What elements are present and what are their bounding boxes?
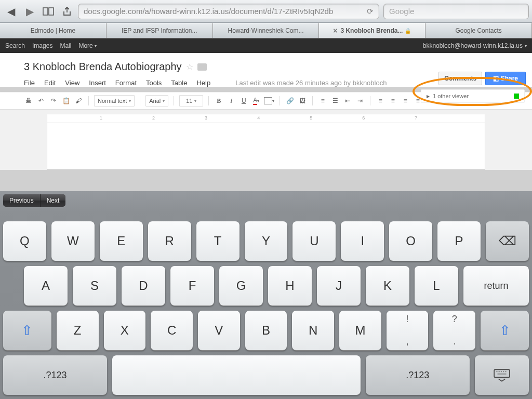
key-b[interactable]: B — [245, 311, 287, 350]
numbered-list-icon[interactable]: ≡ — [318, 95, 327, 107]
viewers-indicator[interactable]: ▶ 1 other viewer — [421, 89, 525, 103]
key-s[interactable]: S — [73, 266, 116, 305]
key-w[interactable]: W — [51, 221, 95, 261]
menu-file[interactable]: File — [24, 79, 35, 87]
align-center-icon[interactable]: ≡ — [388, 95, 397, 107]
gbar-more[interactable]: More▾ — [78, 42, 96, 49]
folder-icon[interactable] — [197, 63, 207, 71]
key-u[interactable]: U — [292, 221, 336, 261]
next-field-button[interactable]: Next — [41, 194, 66, 207]
key-d[interactable]: D — [122, 266, 165, 305]
tab-edmodo[interactable]: Edmodo | Home — [0, 23, 107, 38]
key-r[interactable]: R — [148, 221, 191, 261]
back-button[interactable]: ◀ — [3, 4, 19, 19]
paint-format-icon[interactable]: 🖌 — [74, 95, 83, 107]
star-icon[interactable]: ☆ — [186, 62, 193, 72]
browser-toolbar: ◀ ▶ docs.google.com/a/howard-winn.k12.ia… — [0, 0, 532, 23]
gbar-search[interactable]: Search — [5, 42, 25, 49]
key-y[interactable]: Y — [245, 221, 288, 261]
key-l[interactable]: L — [415, 266, 458, 305]
align-right-icon[interactable]: ≡ — [401, 95, 410, 107]
styles-select[interactable]: Normal text▾ — [94, 95, 135, 107]
bold-button[interactable]: B — [214, 95, 223, 107]
tab-howard[interactable]: Howard-Winneshiek Com... — [213, 23, 320, 38]
menu-edit[interactable]: Edit — [44, 79, 56, 87]
close-icon[interactable]: × — [333, 26, 337, 35]
key-v[interactable]: V — [198, 311, 240, 350]
gbar-images[interactable]: Images — [32, 42, 52, 49]
key-k[interactable]: K — [366, 266, 409, 305]
key-g[interactable]: G — [219, 266, 263, 305]
key-i[interactable]: I — [341, 221, 384, 261]
key-p[interactable]: P — [437, 221, 481, 261]
google-bar: Search Images Mail More▾ bkknobloch@howa… — [0, 38, 532, 53]
menu-table[interactable]: Table — [171, 79, 187, 87]
menu-insert[interactable]: Insert — [89, 79, 106, 87]
font-select[interactable]: Arial▾ — [145, 95, 168, 107]
shift-key-left[interactable]: ⇧ — [3, 311, 51, 350]
ruler[interactable]: 1 2 3 4 5 6 7 — [47, 114, 485, 123]
forward-button[interactable]: ▶ — [22, 4, 37, 19]
address-bar[interactable]: docs.google.com/a/howard-winn.k12.ia.us/… — [78, 4, 379, 19]
key-a[interactable]: A — [24, 266, 68, 305]
onscreen-keyboard: Previous Next Q W E R T Y U I O P ⌫ A S … — [0, 191, 532, 399]
italic-button[interactable]: I — [227, 95, 236, 107]
tab-knobloch[interactable]: × 3 Knobloch Brenda... 🔒 — [319, 23, 425, 38]
bulleted-list-icon[interactable]: ☰ — [330, 95, 340, 107]
key-q[interactable]: Q — [3, 221, 46, 261]
document-page[interactable] — [47, 123, 485, 170]
hide-keyboard-key[interactable] — [475, 355, 529, 395]
share-button[interactable]: ◧ Share — [485, 72, 526, 85]
key-period[interactable]: ?. — [433, 311, 475, 350]
key-c[interactable]: C — [151, 311, 193, 350]
key-comma[interactable]: !, — [387, 311, 429, 350]
key-x[interactable]: X — [104, 311, 146, 350]
key-f[interactable]: F — [170, 266, 214, 305]
return-key[interactable]: return — [463, 266, 529, 305]
doc-title[interactable]: 3 Knobloch Brenda Autobiography — [24, 61, 182, 73]
fontsize-select[interactable]: 11▾ — [179, 95, 203, 107]
prev-field-button[interactable]: Previous — [3, 194, 41, 207]
underline-button[interactable]: U — [239, 95, 248, 107]
backspace-key[interactable]: ⌫ — [486, 221, 529, 261]
menu-tools[interactable]: Tools — [146, 79, 162, 87]
gbar-mail[interactable]: Mail — [60, 42, 71, 49]
menu-view[interactable]: View — [65, 79, 79, 87]
key-j[interactable]: J — [317, 266, 361, 305]
insert-image-icon[interactable]: 🖼 — [298, 95, 307, 107]
share-icon[interactable] — [59, 4, 75, 19]
numbers-key-right[interactable]: .?123 — [366, 355, 470, 395]
key-e[interactable]: E — [100, 221, 143, 261]
numbers-key-left[interactable]: .?123 — [3, 355, 107, 395]
lock-icon: 🔒 — [405, 28, 411, 34]
url-text: docs.google.com/a/howard-winn.k12.ia.us/… — [84, 7, 333, 16]
tab-contacts[interactable]: Google Contacts — [425, 23, 532, 38]
highlight-button[interactable]: ▾ — [264, 95, 274, 107]
key-h[interactable]: H — [268, 266, 312, 305]
print-icon[interactable]: 🖶 — [24, 95, 33, 107]
indent-icon[interactable]: ⇥ — [355, 95, 365, 107]
undo-icon[interactable]: ↶ — [36, 95, 46, 107]
space-key[interactable] — [112, 355, 361, 395]
redo-icon[interactable]: ↷ — [49, 95, 58, 107]
align-left-icon[interactable]: ≡ — [376, 95, 385, 107]
key-z[interactable]: Z — [57, 311, 99, 350]
comments-button[interactable]: Comments — [438, 72, 482, 85]
key-t[interactable]: T — [196, 221, 240, 261]
menu-help[interactable]: Help — [196, 79, 210, 87]
text-color-button[interactable]: A▾ — [251, 95, 261, 107]
link-icon[interactable]: 🔗 — [285, 95, 295, 107]
key-o[interactable]: O — [389, 221, 432, 261]
key-m[interactable]: M — [339, 311, 381, 350]
tab-iep[interactable]: IEP and IFSP Information... — [107, 23, 213, 38]
shift-key-right[interactable]: ⇧ — [481, 311, 529, 350]
menu-format[interactable]: Format — [115, 79, 137, 87]
bookmarks-icon[interactable] — [41, 4, 56, 19]
key-n[interactable]: N — [292, 311, 334, 350]
outdent-icon[interactable]: ⇤ — [343, 95, 352, 107]
search-field[interactable]: Google — [383, 4, 529, 19]
account-menu[interactable]: bkknobloch@howard-winn.k12.ia.us▾ — [423, 42, 527, 49]
svg-rect-0 — [494, 369, 510, 377]
reload-icon[interactable]: ⟳ — [367, 7, 374, 16]
clipboard-icon[interactable]: 📋 — [61, 95, 71, 107]
